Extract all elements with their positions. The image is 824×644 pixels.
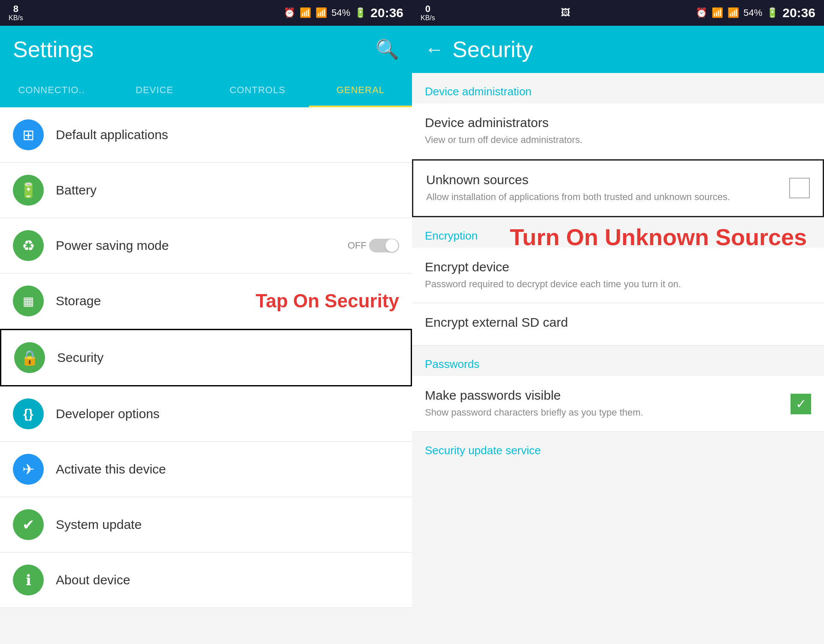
encrypt-sd-title: Encrypt external SD card: [425, 315, 811, 330]
passwords-visible-checkbox[interactable]: ✓: [791, 394, 811, 414]
turn-on-annotation: Turn On Unknown Sources: [501, 219, 815, 255]
right-status-icons: ⏰ 📶 📶 54% 🔋 20:36: [696, 6, 815, 20]
tabs-bar: CONNECTIO.. DEVICE CONTROLS GENERAL: [0, 73, 412, 107]
left-status-bar: 8 KB/s ⏰ 📶 📶 54% 🔋 20:36: [0, 0, 412, 26]
power-saving-toggle[interactable]: OFF: [348, 239, 399, 252]
left-time: 20:36: [370, 6, 403, 20]
tab-connections[interactable]: CONNECTIO..: [0, 73, 103, 107]
battery-percent-right: 54%: [743, 7, 762, 18]
passwords-visible-title: Make passwords visible: [425, 388, 782, 403]
wifi-icon: 📶: [300, 7, 311, 18]
toggle-thumb: [385, 239, 398, 252]
tab-controls[interactable]: CONTROLS: [206, 73, 309, 107]
list-item-about[interactable]: ℹ About device: [0, 553, 412, 608]
list-item-default-apps[interactable]: ⊞ Default applications: [0, 107, 412, 163]
device-admins-desc: View or turn off device administrators.: [425, 134, 811, 147]
system-update-icon: ✔: [13, 509, 44, 540]
power-saving-label: Power saving mode: [56, 238, 169, 253]
developer-icon: {}: [13, 398, 44, 429]
wifi-icon-right: 📶: [712, 7, 723, 18]
list-item-system-update[interactable]: ✔ System update: [0, 497, 412, 553]
about-icon: ℹ: [13, 565, 44, 595]
default-apps-label: Default applications: [56, 128, 168, 142]
list-item-activate[interactable]: ✈ Activate this device: [0, 442, 412, 497]
system-update-label: System update: [56, 517, 142, 532]
left-panel: 8 KB/s ⏰ 📶 📶 54% 🔋 20:36 Settings 🔍 CONN…: [0, 0, 412, 644]
toggle-track[interactable]: [369, 239, 399, 252]
alarm-icon-right: ⏰: [696, 7, 707, 18]
left-header: Settings 🔍: [0, 26, 412, 73]
left-header-title: Settings: [13, 36, 376, 62]
back-icon[interactable]: ←: [425, 39, 444, 60]
section-security-update: Security update service: [412, 432, 824, 462]
battery-percent: 54%: [331, 7, 350, 18]
tab-general[interactable]: GENERAL: [309, 73, 412, 107]
unknown-sources-desc: Allow installation of applications from …: [426, 191, 781, 204]
right-panel: 0 KB/s 🖼 ⏰ 📶 📶 54% 🔋 20:36 ← Security Tu…: [412, 0, 824, 644]
toggle-off-label: OFF: [348, 240, 367, 251]
storage-icon: ▦: [13, 286, 44, 316]
encryption-header: Encryption: [425, 229, 478, 242]
unknown-sources-title: Unknown sources: [426, 173, 781, 187]
tab-device[interactable]: DEVICE: [103, 73, 206, 107]
passwords-visible-desc: Show password characters briefly as you …: [425, 406, 782, 419]
device-admins-title: Device administrators: [425, 115, 811, 130]
settings-list: ⊞ Default applications 🔋 Battery ♻ Power…: [0, 107, 412, 644]
default-apps-icon: ⊞: [13, 119, 44, 150]
security-item-device-admins[interactable]: Device administrators View or turn off d…: [412, 103, 824, 159]
activate-icon: ✈: [13, 454, 44, 485]
right-header: ← Security: [412, 26, 824, 73]
security-icon: 🔒: [14, 342, 45, 373]
encrypt-device-title: Encrypt device: [425, 260, 811, 274]
security-item-encrypt-device[interactable]: Encrypt device Password required to decr…: [412, 248, 824, 304]
right-header-title: Security: [452, 36, 811, 62]
signal-icon: 📶: [315, 7, 327, 18]
security-content: Device administration Device administrat…: [412, 73, 824, 644]
developer-label: Developer options: [56, 407, 160, 421]
power-saving-icon: ♻: [13, 230, 44, 261]
security-update-header: Security update service: [425, 444, 541, 457]
security-item-encrypt-sd[interactable]: Encrypt external SD card: [412, 303, 824, 346]
section-device-admin: Device administration: [412, 73, 824, 103]
storage-label: Storage: [56, 294, 101, 308]
left-data-speed: 8 KB/s: [9, 4, 23, 22]
left-status-icons: ⏰ 📶 📶 54% 🔋 20:36: [284, 6, 403, 20]
device-admin-header: Device administration: [425, 85, 532, 98]
encrypt-device-desc: Password required to decrypt device each…: [425, 278, 811, 291]
battery-icon: 🔋: [354, 7, 366, 18]
right-data-speed: 0 KB/s: [421, 4, 435, 22]
right-time: 20:36: [782, 6, 815, 20]
list-item-developer[interactable]: {} Developer options: [0, 386, 412, 442]
security-item-unknown-sources[interactable]: Unknown sources Allow installation of ap…: [412, 159, 824, 217]
image-icon: 🖼: [561, 7, 570, 18]
signal-icon-right: 📶: [727, 7, 739, 18]
right-status-center: 🖼: [561, 7, 570, 18]
battery-label: Battery: [56, 183, 97, 197]
battery-icon: 🔋: [13, 175, 44, 206]
list-item-storage[interactable]: ▦ Storage Tap On Security: [0, 273, 412, 329]
about-label: About device: [56, 573, 130, 587]
battery-icon-right: 🔋: [766, 7, 778, 18]
unknown-sources-checkbox[interactable]: [789, 178, 810, 198]
security-label: Security: [57, 350, 103, 365]
section-passwords: Passwords: [412, 346, 824, 376]
activate-label: Activate this device: [56, 462, 166, 477]
tap-on-security-annotation: Tap On Security: [256, 290, 399, 312]
alarm-icon: ⏰: [284, 7, 295, 18]
right-status-bar: 0 KB/s 🖼 ⏰ 📶 📶 54% 🔋 20:36: [412, 0, 824, 26]
search-icon[interactable]: 🔍: [376, 38, 399, 61]
security-page: Turn On Unknown Sources Device administr…: [412, 73, 824, 644]
list-item-battery[interactable]: 🔋 Battery: [0, 163, 412, 218]
list-item-security[interactable]: 🔒 Security: [0, 329, 412, 386]
passwords-header: Passwords: [425, 358, 479, 371]
list-item-power-saving[interactable]: ♻ Power saving mode OFF: [0, 218, 412, 273]
security-item-passwords-visible[interactable]: Make passwords visible Show password cha…: [412, 376, 824, 432]
